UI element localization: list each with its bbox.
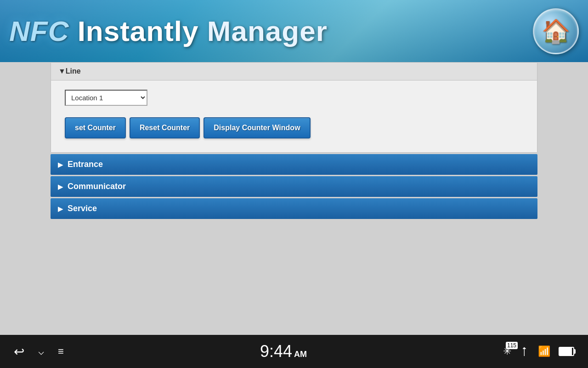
time-display: 9:44 — [260, 342, 292, 361]
status-time: 9:44AM — [260, 342, 307, 361]
menu-button[interactable]: ≡ — [58, 345, 64, 357]
service-section: Service — [51, 198, 537, 219]
battery-icon — [559, 347, 574, 356]
home-icon: 🏠 — [542, 18, 570, 45]
communicator-label: Communicator — [68, 182, 126, 191]
location-select[interactable]: Location 1 Location 2 Location 3 — [65, 90, 147, 106]
header-banner: NFC Instantly Manager 🏠 — [0, 0, 588, 62]
reset-counter-button[interactable]: Reset Counter — [130, 117, 200, 138]
main-content: Line Location 1 Location 2 Location 3 se… — [51, 62, 537, 219]
title-instantly: Instantly — [69, 15, 198, 47]
title-nfc: NFC — [9, 15, 69, 47]
home-button[interactable]: 🏠 — [533, 8, 579, 54]
service-chevron-icon — [58, 205, 63, 213]
battery-fill — [560, 348, 572, 355]
communicator-header[interactable]: Communicator — [51, 176, 537, 197]
display-counter-window-button[interactable]: Display Counter Window — [204, 117, 310, 138]
service-label: Service — [68, 204, 97, 213]
status-bar-right: ✳ 115 ⭡ 📶 — [503, 345, 574, 357]
ampm-display: AM — [294, 350, 307, 359]
wifi-icon: 📶 — [538, 345, 550, 357]
line-header[interactable]: Line — [51, 63, 537, 80]
bluetooth-icon: ⭡ — [520, 345, 530, 357]
entrance-header[interactable]: Entrance — [51, 154, 537, 175]
down-button[interactable]: ⌵ — [38, 345, 44, 357]
line-section: Line Location 1 Location 2 Location 3 se… — [51, 62, 537, 153]
entrance-chevron-icon — [58, 161, 63, 168]
line-label: Line — [66, 67, 81, 75]
service-header[interactable]: Service — [51, 198, 537, 219]
set-counter-button[interactable]: set Counter — [65, 117, 126, 138]
title-manager: Manager — [199, 15, 328, 47]
back-button[interactable]: ↩ — [14, 344, 24, 359]
app-title: NFC Instantly Manager — [9, 15, 328, 47]
status-bar-left: ↩ ⌵ ≡ — [14, 344, 64, 359]
signal-count-badge: 115 — [506, 342, 518, 349]
signal-strength-indicator: ✳ 115 — [503, 345, 511, 357]
buttons-row: set Counter Reset Counter Display Counte… — [65, 117, 523, 138]
line-body: Location 1 Location 2 Location 3 set Cou… — [51, 80, 537, 152]
status-bar: ↩ ⌵ ≡ 9:44AM ✳ 115 ⭡ 📶 — [0, 335, 588, 368]
entrance-label: Entrance — [68, 160, 103, 169]
line-chevron-icon — [58, 67, 66, 75]
communicator-section: Communicator — [51, 176, 537, 197]
entrance-section: Entrance — [51, 154, 537, 175]
communicator-chevron-icon — [58, 183, 63, 190]
